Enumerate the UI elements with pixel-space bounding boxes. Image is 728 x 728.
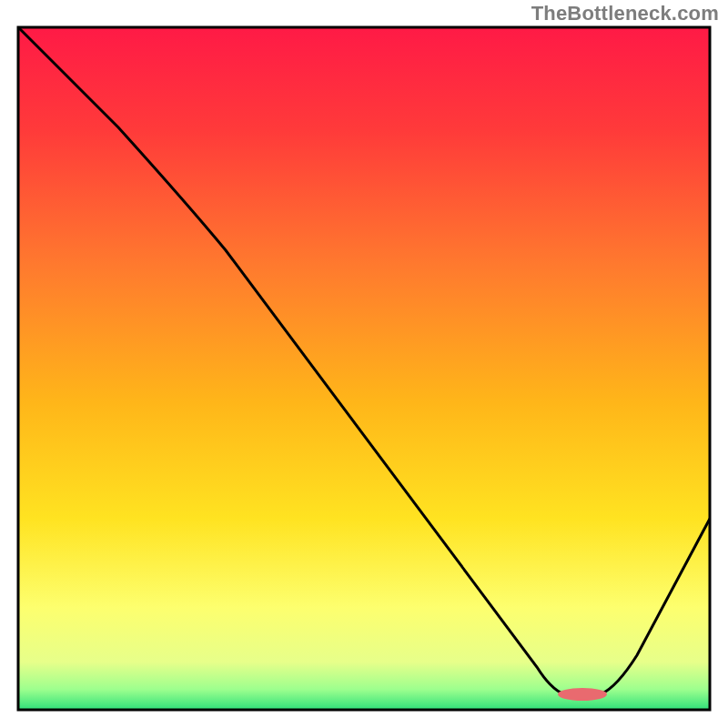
optimal-marker [558, 688, 607, 701]
watermark-text: TheBottleneck.com [531, 2, 719, 25]
chart-stage: { "watermark": { "text": "TheBottleneck.… [0, 0, 728, 728]
chart-svg [0, 0, 728, 728]
